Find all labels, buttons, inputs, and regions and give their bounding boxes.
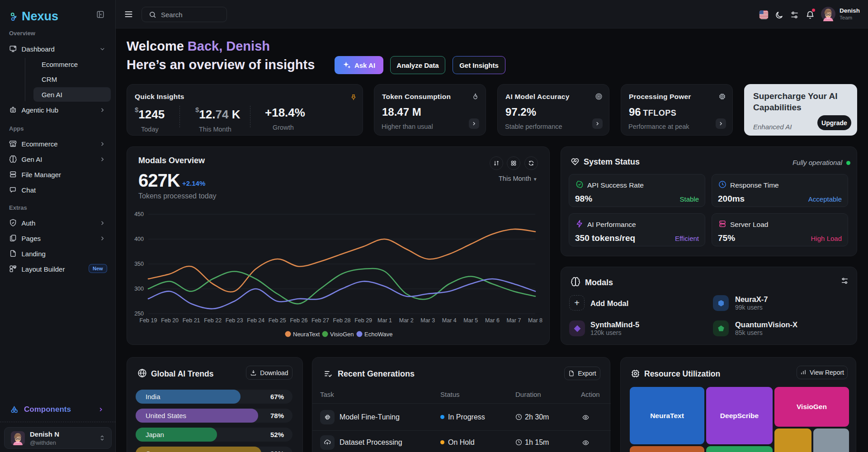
svg-text:Mar 2: Mar 2: [399, 317, 414, 324]
svg-text:Mar 8: Mar 8: [528, 317, 542, 324]
svg-text:Feb 26: Feb 26: [290, 317, 307, 324]
svg-text:EchoWave: EchoWave: [364, 331, 392, 338]
svg-text:Feb 21: Feb 21: [183, 317, 200, 324]
svg-text:Feb 28: Feb 28: [333, 317, 351, 324]
svg-text:NeuraText: NeuraText: [293, 331, 320, 338]
svg-text:350: 350: [134, 261, 144, 267]
svg-text:Mar 3: Mar 3: [420, 317, 435, 324]
svg-text:400: 400: [134, 236, 144, 242]
svg-text:Feb 20: Feb 20: [161, 317, 179, 324]
svg-text:Feb 25: Feb 25: [269, 317, 286, 324]
svg-text:450: 450: [134, 211, 144, 217]
svg-text:VisioGen: VisioGen: [330, 331, 354, 338]
svg-text:Feb 29: Feb 29: [354, 317, 372, 324]
svg-text:Mar 1: Mar 1: [377, 317, 392, 324]
svg-text:300: 300: [134, 286, 144, 292]
svg-text:Mar 5: Mar 5: [463, 317, 478, 324]
svg-text:Mar 6: Mar 6: [485, 317, 500, 324]
svg-text:Feb 22: Feb 22: [204, 317, 222, 324]
svg-text:250: 250: [134, 311, 144, 317]
svg-text:Feb 27: Feb 27: [311, 317, 329, 324]
svg-text:Feb 24: Feb 24: [247, 317, 264, 324]
svg-text:Feb 23: Feb 23: [226, 317, 243, 324]
svg-text:Mar 4: Mar 4: [442, 317, 457, 324]
svg-text:Feb 19: Feb 19: [140, 317, 157, 324]
svg-text:Mar 7: Mar 7: [506, 317, 521, 324]
